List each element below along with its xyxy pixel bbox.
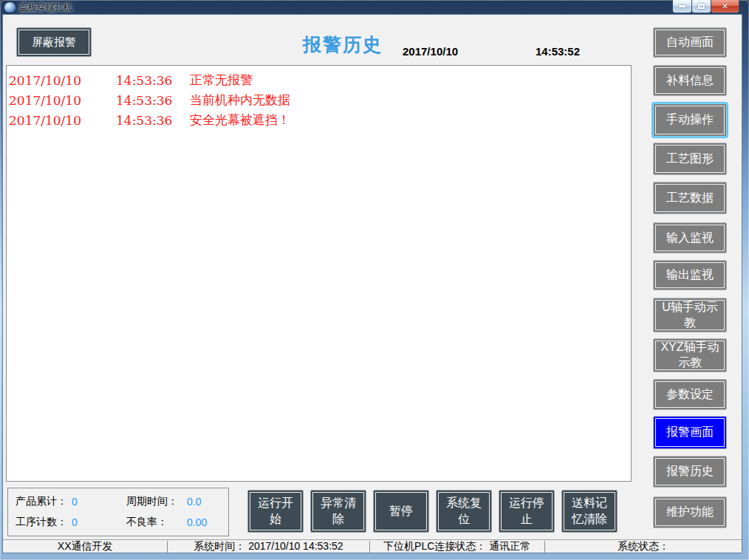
sidebar-item-process-graphic[interactable]: 工艺图形 — [653, 143, 727, 175]
product-total-value: 0 — [72, 496, 126, 508]
sidebar-item-refill-info[interactable]: 补料信息 — [653, 65, 727, 96]
alarm-history-list[interactable]: 2017/10/10 14:53:36 正常无报警 2017/10/10 14:… — [6, 65, 632, 482]
production-stats-panel: 产品累计： 0 周期时间： 0.0 工序计数： 0 不良率： 0.00 — [7, 488, 229, 536]
close-button[interactable]: ✕ — [711, 0, 739, 13]
application-window: 盖板穿螺孔机 ✕ 屏蔽报警 报警历史 2017/10/10 14:53:52 2… — [0, 0, 749, 560]
header-time: 14:53:52 — [536, 45, 580, 58]
close-icon: ✕ — [722, 2, 728, 10]
alarm-message: 当前机种内无数据 — [190, 92, 631, 109]
sidebar-item-u-axis-teach[interactable]: U轴手动示 教 — [653, 298, 727, 332]
process-count-value: 0 — [72, 516, 126, 528]
sidebar-item-output-monitor[interactable]: 输出监视 — [653, 260, 727, 290]
status-developer: XX通信开发 — [3, 540, 167, 553]
sidebar-item-maintenance[interactable]: 维护功能 — [653, 496, 727, 528]
mask-alarm-button[interactable]: 屏蔽报警 — [16, 27, 92, 57]
app-icon — [4, 2, 16, 13]
sidebar-item-input-monitor[interactable]: 输入监视 — [653, 222, 727, 253]
sidebar-item-alarm-history[interactable]: 报警历史 — [653, 456, 727, 488]
alarm-message: 安全光幕被遮挡！ — [190, 112, 631, 129]
alarm-message: 正常无报警 — [190, 72, 631, 89]
defect-rate-label: 不良率： — [126, 516, 187, 529]
minimize-button[interactable] — [672, 0, 692, 13]
client-area: 屏蔽报警 报警历史 2017/10/10 14:53:52 2017/10/10… — [3, 15, 742, 553]
sidebar-item-xyz-axis-teach[interactable]: XYZ轴手动 示教 — [653, 338, 727, 372]
alarm-row: 2017/10/10 14:53:36 正常无报警 — [7, 70, 631, 90]
sidebar-item-auto-screen[interactable]: 自动画面 — [653, 27, 727, 58]
defect-rate-value: 0.00 — [187, 516, 228, 528]
alarm-date: 2017/10/10 — [9, 113, 116, 128]
status-plc-connection: 下位机PLC连接状态： 通讯正常 — [370, 540, 544, 553]
alarm-date: 2017/10/10 — [9, 73, 116, 88]
product-total-label: 产品累计： — [16, 495, 72, 508]
maximize-button[interactable] — [691, 0, 711, 13]
title-bar[interactable]: 盖板穿螺孔机 — [0, 0, 749, 15]
maximize-icon — [698, 4, 705, 9]
sidebar-item-parameter-setting[interactable]: 参数设定 — [653, 379, 727, 410]
sidebar-item-manual-operation[interactable]: 手动操作 — [653, 103, 727, 137]
pause-button[interactable]: 暂停 — [373, 490, 429, 533]
status-system-state: 系统状态： — [545, 540, 742, 553]
window-frame: 盖板穿螺孔机 ✕ 屏蔽报警 报警历史 2017/10/10 14:53:52 2… — [0, 0, 749, 560]
cycle-time-value: 0.0 — [187, 496, 228, 508]
alarm-time: 14:53:36 — [116, 93, 190, 108]
alarm-row: 2017/10/10 14:53:36 当前机种内无数据 — [7, 90, 631, 110]
sidebar-item-alarm-screen[interactable]: 报警画面 — [653, 416, 727, 449]
alarm-time: 14:53:36 — [116, 73, 190, 88]
feed-memory-clear-button[interactable]: 送料记 忆清除 — [561, 490, 618, 533]
run-stop-button[interactable]: 运行停 止 — [499, 490, 555, 533]
error-clear-button[interactable]: 异常清 除 — [310, 490, 366, 533]
run-start-button[interactable]: 运行开 始 — [247, 490, 304, 533]
status-system-time: 系统时间： 2017/10/10 14:53:52 — [168, 540, 369, 553]
system-reset-button[interactable]: 系统复 位 — [436, 490, 492, 533]
sidebar-item-process-data[interactable]: 工艺数据 — [653, 182, 727, 214]
alarm-date: 2017/10/10 — [9, 93, 116, 108]
alarm-time: 14:53:36 — [116, 113, 190, 128]
window-title: 盖板穿螺孔机 — [19, 1, 72, 14]
cycle-time-label: 周期时间： — [126, 495, 187, 508]
status-bar: XX通信开发 系统时间： 2017/10/10 14:53:52 下位机PLC连… — [3, 539, 742, 553]
window-controls: ✕ — [673, 0, 739, 13]
header-date: 2017/10/10 — [403, 45, 458, 58]
alarm-row: 2017/10/10 14:53:36 安全光幕被遮挡！ — [7, 110, 631, 130]
process-count-label: 工序计数： — [16, 516, 72, 529]
minimize-icon — [679, 5, 685, 7]
